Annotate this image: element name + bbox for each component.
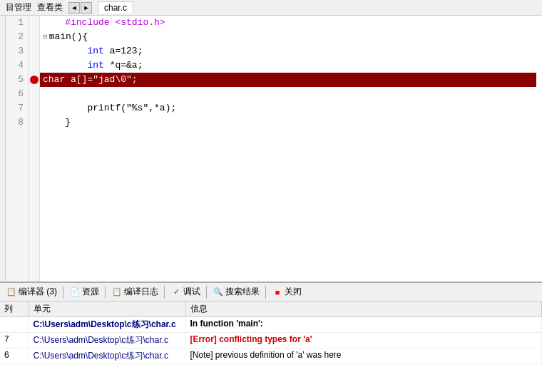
tab-close-label: 关闭 [285, 286, 302, 298]
table-row: C:\Users\adm\Desktop\c练习\char.c In funct… [0, 317, 542, 333]
row2-unit: C:\Users\adm\Desktop\c练习\char.c [29, 333, 185, 349]
row1-unit: C:\Users\adm\Desktop\c练习\char.c [29, 317, 185, 333]
menu-view-class[interactable]: 查看类 [34, 1, 66, 14]
main-area: 1 2 3 4 5 6 7 8 #include <stdio.h> [0, 16, 542, 282]
separator-5 [265, 286, 266, 299]
code-line-2: ⊟main(){ [43, 30, 539, 44]
tab-search[interactable]: 🔍 搜索结果 [210, 285, 262, 299]
bottom-toolbar: 📋 编译器 (3) 📄 资源 📋 编译日志 ✓ 调试 🔍 搜索结果 ■ 关闭 [0, 283, 542, 301]
editor-inner: 1 2 3 4 5 6 7 8 #include <stdio.h> [6, 16, 542, 282]
separator-2 [105, 286, 106, 299]
tab-search-label: 搜索结果 [225, 286, 260, 298]
tab-compiler[interactable]: 📋 编译器 (3) [3, 285, 60, 299]
code-token [43, 87, 48, 101]
breakpoint-icon [30, 76, 39, 84]
nav-next-button[interactable]: ► [81, 2, 92, 14]
bottom-table: 列 单元 信息 C:\Users\adm\Desktop\c练习\char.c … [0, 301, 542, 392]
code-line-8: } [43, 115, 539, 130]
tab-compiler-label: 编译器 (3) [19, 286, 57, 298]
table-row: 6 C:\Users\adm\Desktop\c练习\char.c [Note]… [0, 349, 542, 364]
col-header-unit: 单元 [29, 301, 185, 317]
gutter [29, 16, 40, 282]
separator-3 [164, 286, 165, 299]
line-numbers: 1 2 3 4 5 6 7 8 [6, 16, 29, 282]
code-token: } [43, 115, 71, 130]
code-token: main(){ [49, 30, 88, 44]
row2-col: 7 [0, 333, 29, 349]
table-row: 7 C:\Users\adm\Desktop\c练习\char.c [Error… [0, 333, 542, 349]
code-token: int a=123; [43, 44, 143, 58]
debug-icon: ✓ [170, 287, 182, 298]
resources-icon: 📄 [69, 287, 81, 298]
nav-arrows: ◄ ► [68, 2, 92, 14]
row1-info: In function 'main': [185, 317, 542, 333]
tab-debug[interactable]: ✓ 调试 [168, 285, 203, 299]
file-tab[interactable]: char.c [98, 1, 133, 14]
compiler-icon: 📋 [6, 287, 17, 298]
row1-col [0, 317, 29, 333]
code-token: printf("%s",*a); [43, 101, 176, 115]
menu-project[interactable]: 目管理 [3, 1, 34, 14]
tab-resources-label: 资源 [82, 286, 99, 298]
row3-unit: C:\Users\adm\Desktop\c练习\char.c [29, 349, 185, 364]
col-header-info: 信息 [185, 301, 542, 317]
code-line-4: int *q=&a; [43, 58, 539, 73]
search-icon: 🔍 [213, 287, 224, 298]
tab-debug-label: 调试 [183, 286, 200, 298]
tab-build-log[interactable]: 📋 编译日志 [108, 285, 161, 299]
tab-resources[interactable]: 📄 资源 [66, 285, 102, 299]
collapse-icon[interactable]: ⊟ [43, 30, 48, 44]
col-header-line: 列 [0, 301, 29, 317]
code-token: #include <stdio.h> [43, 16, 165, 30]
separator-1 [63, 286, 63, 299]
top-bar: 目管理 查看类 ◄ ► char.c [0, 0, 542, 16]
code-line-7: printf("%s",*a); [43, 101, 539, 115]
code-token: char a[]="jad\0"; [43, 73, 138, 87]
editor-container: 1 2 3 4 5 6 7 8 #include <stdio.h> [6, 16, 542, 282]
table-header: 列 单元 信息 [0, 301, 542, 317]
separator-4 [206, 286, 207, 299]
code-line-5-highlighted: char a[]="jad\0"; [40, 73, 536, 87]
code-token: int *q=&a; [43, 58, 143, 73]
close-icon: ■ [272, 287, 283, 298]
code-content[interactable]: #include <stdio.h> ⊟main(){ int a=123; i… [40, 16, 542, 282]
build-log-icon: 📋 [111, 287, 123, 298]
code-line-1: #include <stdio.h> [43, 16, 539, 30]
left-sidebar [0, 16, 6, 282]
code-line-3: int a=123; [43, 44, 539, 58]
row3-col: 6 [0, 349, 29, 364]
tab-close[interactable]: ■ 关闭 [269, 285, 305, 299]
bottom-panel: 📋 编译器 (3) 📄 资源 📋 编译日志 ✓ 调试 🔍 搜索结果 ■ 关闭 [0, 282, 542, 392]
tab-build-log-label: 编译日志 [124, 286, 158, 298]
nav-prev-button[interactable]: ◄ [68, 2, 80, 14]
row3-info: [Note] previous definition of 'a' was he… [185, 349, 542, 364]
code-line-6 [43, 87, 539, 101]
row2-info: [Error] conflicting types for 'a' [185, 333, 542, 349]
